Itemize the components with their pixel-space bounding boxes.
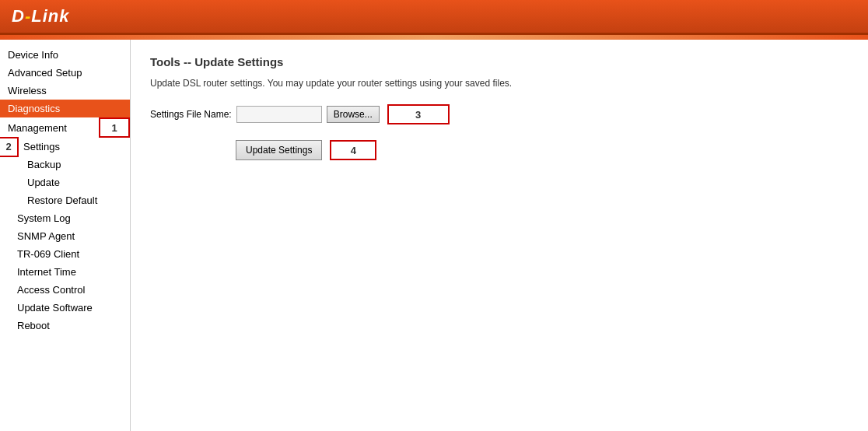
sidebar-item-tr069[interactable]: TR-069 Client bbox=[0, 245, 130, 263]
page-description: Update DSL router settings. You may upda… bbox=[150, 78, 849, 89]
logo: D-Link bbox=[12, 6, 69, 26]
sidebar-item-management[interactable]: Management bbox=[0, 119, 95, 137]
sidebar-item-backup[interactable]: Backup bbox=[0, 156, 130, 173]
update-button-row: Update Settings 4 bbox=[236, 140, 849, 160]
logo-link: Link bbox=[31, 6, 69, 26]
sidebar-item-system-log[interactable]: System Log bbox=[0, 209, 130, 227]
sidebar-item-internet-time[interactable]: Internet Time bbox=[0, 263, 130, 281]
sidebar-item-snmp-agent[interactable]: SNMP Agent bbox=[0, 227, 130, 245]
sidebar-item-update[interactable]: Update bbox=[0, 173, 130, 191]
annotation-box-1: 1 bbox=[99, 117, 130, 138]
sidebar-item-advanced-setup[interactable]: Advanced Setup bbox=[0, 64, 130, 82]
sidebar-item-reboot[interactable]: Reboot bbox=[0, 317, 130, 335]
annotation-box-2: 2 bbox=[0, 137, 19, 157]
file-input-row: Settings File Name: Browse... 3 bbox=[150, 104, 849, 124]
sidebar-item-device-info[interactable]: Device Info bbox=[0, 46, 130, 64]
header: D-Link bbox=[0, 0, 868, 35]
file-label: Settings File Name: bbox=[150, 109, 232, 120]
sidebar: Device Info Advanced Setup Wireless Diag… bbox=[0, 40, 131, 431]
sidebar-item-restore-default[interactable]: Restore Default bbox=[0, 191, 130, 209]
sidebar-item-access-control[interactable]: Access Control bbox=[0, 281, 130, 299]
sidebar-item-settings[interactable]: Settings bbox=[0, 138, 130, 156]
annotation-box-4: 4 bbox=[330, 140, 376, 160]
update-settings-button[interactable]: Update Settings bbox=[236, 140, 322, 160]
main-content: Tools -- Update Settings Update DSL rout… bbox=[131, 40, 868, 431]
sidebar-item-update-software[interactable]: Update Software bbox=[0, 299, 130, 317]
browse-button[interactable]: Browse... bbox=[327, 106, 380, 123]
annotation-box-3: 3 bbox=[387, 104, 450, 124]
logo-d: D bbox=[12, 6, 25, 26]
sidebar-item-diagnostics[interactable]: Diagnostics bbox=[0, 100, 130, 117]
logo-dash: - bbox=[25, 6, 31, 26]
settings-file-input[interactable] bbox=[236, 106, 322, 123]
page-title: Tools -- Update Settings bbox=[150, 55, 849, 68]
layout: Device Info Advanced Setup Wireless Diag… bbox=[0, 40, 868, 431]
sidebar-item-wireless[interactable]: Wireless bbox=[0, 82, 130, 100]
